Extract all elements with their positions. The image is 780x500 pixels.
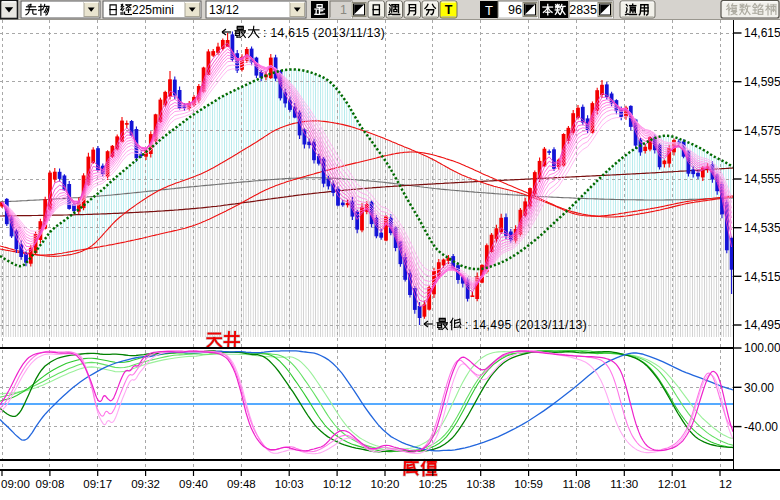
svg-text:96: 96 — [508, 3, 522, 17]
svg-text:12:01: 12:01 — [658, 478, 687, 490]
svg-text:T: T — [485, 3, 493, 18]
svg-text:30.00: 30.00 — [744, 381, 774, 395]
svg-text:09:40: 09:40 — [179, 478, 208, 490]
svg-text:12: 12 — [719, 478, 732, 490]
svg-text:14,535: 14,535 — [744, 221, 780, 235]
svg-text:14,615: 14,615 — [744, 26, 780, 40]
svg-text:14,515: 14,515 — [744, 270, 780, 284]
svg-text:14,595: 14,595 — [744, 75, 780, 89]
svg-text:14,555: 14,555 — [744, 172, 780, 186]
svg-text:10:12: 10:12 — [323, 478, 352, 490]
svg-text:-40.00: -40.00 — [744, 420, 778, 434]
svg-text:11:30: 11:30 — [610, 478, 638, 490]
svg-text:: 14,615 (2013/11/13): : 14,615 (2013/11/13) — [263, 26, 385, 40]
svg-text:14,495: 14,495 — [744, 318, 780, 332]
svg-text:10:03: 10:03 — [275, 478, 304, 490]
svg-text:10:25: 10:25 — [418, 478, 447, 490]
svg-text:225mini: 225mini — [132, 3, 174, 17]
svg-text:10:38: 10:38 — [466, 478, 495, 490]
svg-text:11:08: 11:08 — [562, 478, 590, 490]
svg-text:09:17: 09:17 — [83, 478, 112, 490]
svg-text:13/12: 13/12 — [209, 3, 239, 17]
svg-text:09:00: 09:00 — [1, 478, 30, 490]
svg-text:09:08: 09:08 — [36, 478, 65, 490]
svg-text:T: T — [445, 3, 453, 17]
svg-text:09:48: 09:48 — [227, 478, 256, 490]
svg-text:10:59: 10:59 — [514, 478, 543, 490]
svg-text:1: 1 — [340, 3, 347, 17]
svg-text:100.00: 100.00 — [744, 341, 780, 355]
svg-text:10:20: 10:20 — [371, 478, 400, 490]
svg-text:14,575: 14,575 — [744, 124, 780, 138]
svg-text:2835: 2835 — [569, 3, 597, 17]
svg-text:09:32: 09:32 — [131, 478, 160, 490]
svg-text:: 14,495 (2013/11/13): : 14,495 (2013/11/13) — [465, 318, 587, 332]
